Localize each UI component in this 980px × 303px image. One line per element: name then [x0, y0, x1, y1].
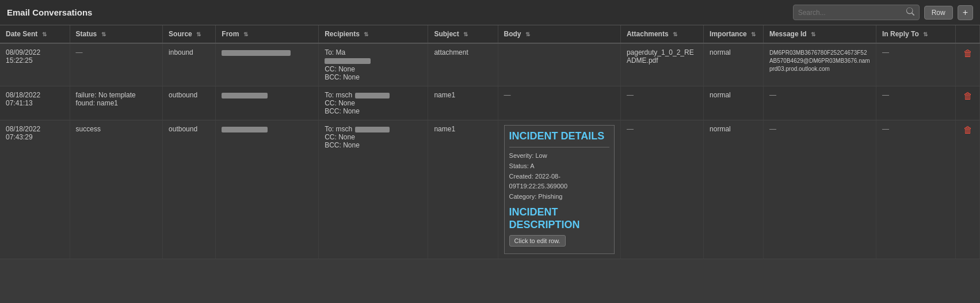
col-header-subject[interactable]: Subject ⇅ [428, 25, 498, 43]
header-right: Row + [793, 5, 973, 20]
table-wrapper: Date Sent ⇅ Status ⇅ Source ⇅ From ⇅ Rec… [0, 25, 980, 259]
cell-importance-3: normal [704, 120, 764, 259]
sort-icon-from: ⇅ [243, 31, 248, 37]
sort-icon-attachments: ⇅ [673, 31, 677, 37]
cell-body-3[interactable]: INCIDENT DETAILS Severity: Low Status: A… [498, 120, 620, 259]
delete-button-3[interactable]: 🗑 [963, 125, 973, 135]
col-header-from[interactable]: From ⇅ [216, 25, 319, 43]
cell-recipients-3: To: msch CC: None BCC: None [319, 120, 428, 259]
cell-recipients-1: To: Ma CC: None BCC: None [319, 43, 428, 86]
app-header: Email Conversations Row + [0, 0, 980, 25]
sort-icon-status: ⇅ [101, 31, 106, 37]
incident-details-box[interactable]: INCIDENT DETAILS Severity: Low Status: A… [504, 125, 615, 254]
blurred-recipient-3 [355, 127, 390, 132]
cell-date-2: 08/18/2022 07:41:13 [0, 86, 70, 120]
blurred-from-3 [222, 127, 268, 132]
row-button[interactable]: Row [924, 6, 953, 20]
sort-icon-date: ⇅ [42, 31, 47, 37]
cell-action-3: 🗑 [956, 120, 980, 259]
cell-inreply-2: — [876, 86, 955, 120]
cell-from-1 [216, 43, 319, 86]
cell-inreply-3: — [876, 120, 955, 259]
blurred-from-2 [222, 93, 268, 99]
delete-button-2[interactable]: 🗑 [963, 91, 973, 101]
cell-source-1: inbound [163, 43, 216, 86]
table-row: 08/09/2022 15:22:25 — inbound To: Ma CC:… [0, 43, 980, 86]
cell-body-1 [498, 43, 620, 86]
cell-body-2: — [498, 86, 620, 120]
cell-from-3 [216, 120, 319, 259]
cell-recipients-2: To: msch CC: None BCC: None [319, 86, 428, 120]
cell-action-2: 🗑 [956, 86, 980, 120]
delete-button-1[interactable]: 🗑 [963, 48, 973, 59]
search-icon [906, 7, 914, 17]
col-header-message-id[interactable]: Message Id ⇅ [763, 25, 876, 43]
cell-subject-1: attachment [428, 43, 498, 86]
sort-icon-recipients: ⇅ [364, 31, 368, 37]
table-row: 08/18/2022 07:41:13 failure: No template… [0, 86, 980, 120]
cell-messageid-2: — [763, 86, 876, 120]
sort-icon-inreply: ⇅ [923, 31, 928, 37]
col-header-body[interactable]: Body ⇅ [498, 25, 620, 43]
blurred-from-1 [222, 50, 291, 56]
cell-source-3: outbound [163, 120, 216, 259]
cell-subject-2: name1 [428, 86, 498, 120]
app-title: Email Conversations [7, 7, 92, 17]
col-header-in-reply-to[interactable]: In Reply To ⇅ [876, 25, 955, 43]
add-button[interactable]: + [958, 5, 973, 20]
cell-subject-3: name1 [428, 120, 498, 259]
col-header-attachments[interactable]: Attachments ⇅ [620, 25, 703, 43]
cell-importance-2: normal [704, 86, 764, 120]
incident-divider [509, 147, 609, 147]
incident-description-title: INCIDENT DESCRIPTION [509, 206, 609, 231]
incident-details-title: INCIDENT DETAILS [509, 130, 609, 143]
cell-source-2: outbound [163, 86, 216, 120]
cell-date-1: 08/09/2022 15:22:25 [0, 43, 70, 86]
col-header-recipients[interactable]: Recipients ⇅ [319, 25, 428, 43]
cell-importance-1: normal [704, 43, 764, 86]
col-header-date-sent[interactable]: Date Sent ⇅ [0, 25, 70, 43]
cell-date-3: 08/18/2022 07:43:29 [0, 120, 70, 259]
table-row: 08/18/2022 07:43:29 success outbound To:… [0, 120, 980, 259]
sort-icon-source: ⇅ [196, 31, 201, 37]
cell-attachments-1: pagerduty_1_0_2_README.pdf [620, 43, 703, 86]
sort-icon-body: ⇅ [525, 31, 530, 37]
incident-meta: Severity: Low Status: A Created: 2022-08… [509, 151, 609, 202]
blurred-recipient-1 [325, 58, 371, 64]
cell-status-1: — [70, 43, 162, 86]
search-input[interactable] [798, 9, 904, 17]
click-to-edit-label[interactable]: Click to edit row. [509, 235, 566, 247]
cell-messageid-1: DM6PR03MB3676780F252C4673F52AB570B4629@D… [763, 43, 876, 86]
email-conversations-table: Date Sent ⇅ Status ⇅ Source ⇅ From ⇅ Rec… [0, 25, 980, 259]
col-header-source[interactable]: Source ⇅ [163, 25, 216, 43]
cell-attachments-3: — [620, 120, 703, 259]
sort-icon-importance: ⇅ [751, 31, 756, 37]
cell-inreply-1: — [876, 43, 955, 86]
blurred-recipient-2 [355, 93, 390, 99]
cell-status-3: success [70, 120, 162, 259]
col-header-status[interactable]: Status ⇅ [70, 25, 162, 43]
col-header-importance[interactable]: Importance ⇅ [704, 25, 764, 43]
cell-messageid-3: — [763, 120, 876, 259]
cell-attachments-2: — [620, 86, 703, 120]
search-box[interactable] [793, 5, 920, 20]
cell-status-2: failure: No template found: name1 [70, 86, 162, 120]
sort-icon-subject: ⇅ [463, 31, 468, 37]
table-header-row: Date Sent ⇅ Status ⇅ Source ⇅ From ⇅ Rec… [0, 25, 980, 43]
cell-from-2 [216, 86, 319, 120]
sort-icon-messageid: ⇅ [811, 31, 815, 37]
cell-action-1: 🗑 [956, 43, 980, 86]
col-header-action [956, 25, 980, 43]
